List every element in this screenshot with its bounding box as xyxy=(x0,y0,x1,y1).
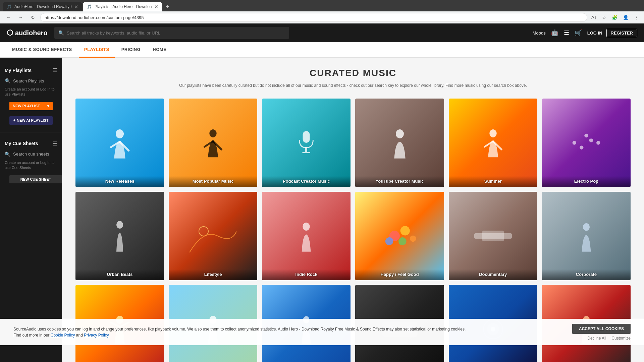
playlist-label-most-popular: Most Popular Music xyxy=(169,176,257,187)
playlist-card-lifestyle[interactable]: Lifestyle xyxy=(169,192,257,280)
logo[interactable]: ⬡ audiohero xyxy=(7,28,48,37)
playlist-label-happy-feel-good: Happy / Feel Good xyxy=(355,269,444,280)
playlist-label-urban-beats: Urban Beats xyxy=(75,269,164,280)
svg-point-23 xyxy=(398,237,407,245)
playlist-card-corporate[interactable]: Corporate xyxy=(542,192,631,280)
customize-cookies-button[interactable]: Customize xyxy=(611,336,631,341)
browser-tab-2[interactable]: 🎵 Playlists | Audio Hero - Download... ✕ xyxy=(83,2,162,11)
ai-button[interactable]: 🤖 xyxy=(551,29,558,37)
menu-icon-button[interactable]: ☰ xyxy=(564,29,569,37)
cookie-text: SourceAudio uses cookies so you can log … xyxy=(13,326,562,338)
profile-button[interactable]: 👤 xyxy=(622,13,630,21)
settings-button[interactable]: ⋮ xyxy=(633,13,640,21)
svg-point-20 xyxy=(303,223,310,231)
tab-favicon: 🎵 xyxy=(7,4,12,9)
cookie-actions: ACCEPT ALL COOKIES Decline All Customize xyxy=(572,324,631,341)
content-area: My Playlists ☰ 🔍 Search Playlists Create… xyxy=(0,58,644,362)
app-nav: MUSIC & SOUND EFFECTS PLAYLISTS PRICING … xyxy=(0,42,644,58)
nav-item-music[interactable]: MUSIC & SOUND EFFECTS xyxy=(7,42,77,58)
star-button[interactable]: ☆ xyxy=(601,13,608,21)
sidebar-cue-sheets-title: My Cue Sheets xyxy=(5,141,38,146)
decline-cookies-button[interactable]: Decline All xyxy=(587,336,606,341)
playlist-card-electro-pop[interactable]: Electro Pop xyxy=(542,99,631,187)
header-auth: LOG IN REGISTER xyxy=(587,29,637,37)
new-cue-sheet-button[interactable]: NEW CUE SHEET xyxy=(9,175,62,183)
playlist-label-documentary: Documentary xyxy=(449,269,537,280)
sidebar-playlists-section: My Playlists ☰ 🔍 Search Playlists Create… xyxy=(0,62,62,129)
playlist-label-corporate: Corporate xyxy=(542,269,631,280)
sidebar-search-cue-text: Search cue sheets xyxy=(13,152,49,157)
sidebar-cue-sheets-info: Create an account or Log In to use Cue S… xyxy=(0,159,62,173)
cookie-minor-actions: Decline All Customize xyxy=(587,336,631,341)
app-header: ⬡ audiohero 🔍 Moods 🤖 ☰ 🛒 LOG IN REGISTE… xyxy=(0,23,644,42)
tab-favicon-2: 🎵 xyxy=(87,4,92,9)
playlist-card-documentary[interactable]: Documentary xyxy=(449,192,537,280)
sidebar-playlists-info: Create an account or Log In to use Playl… xyxy=(0,85,62,100)
playlist-card-summer[interactable]: Summer xyxy=(449,99,537,187)
browser-controls: ← → ↻ https://download.audiohero.com/cus… xyxy=(0,11,644,23)
new-playlist-label: NEW PLAYLIST xyxy=(13,104,40,108)
sidebar-search-playlists-text: Search Playlists xyxy=(13,78,44,83)
sidebar-playlists-menu-icon[interactable]: ☰ xyxy=(53,67,57,73)
sidebar-search-playlists-icon: 🔍 xyxy=(5,78,10,83)
svg-point-13 xyxy=(572,141,576,144)
playlist-card-urban-beats[interactable]: Urban Beats xyxy=(75,192,164,280)
search-bar[interactable]: 🔍 xyxy=(54,27,289,39)
svg-point-22 xyxy=(400,226,410,235)
tab-close-2[interactable]: ✕ xyxy=(154,4,158,9)
playlist-label-youtube: YouTube Creator Music xyxy=(355,176,444,187)
refresh-button[interactable]: ↻ xyxy=(28,13,38,22)
svg-point-14 xyxy=(584,134,588,137)
tab-close-1[interactable]: ✕ xyxy=(74,4,78,9)
sidebar-search-playlists[interactable]: 🔍 Search Playlists xyxy=(0,76,62,85)
svg-point-15 xyxy=(596,141,600,144)
address-bar[interactable]: https://download.audiohero.com/custom-pa… xyxy=(40,13,587,22)
svg-point-19 xyxy=(199,227,208,236)
svg-rect-8 xyxy=(303,152,310,153)
playlist-label-summer: Summer xyxy=(449,176,537,187)
playlist-card-youtube[interactable]: YouTube Creator Music xyxy=(355,99,444,187)
search-bar-icon: 🔍 xyxy=(58,30,64,36)
sidebar-cue-sheets-section: My Cue Sheets ☰ 🔍 Search cue sheets Crea… xyxy=(0,135,62,188)
new-tab-button[interactable]: + xyxy=(163,2,172,11)
cookie-banner: SourceAudio uses cookies so you can log … xyxy=(0,319,644,345)
page-subtitle: Our playlists have been carefully curate… xyxy=(75,82,631,88)
playlist-label-electro-pop: Electro Pop xyxy=(542,176,631,187)
forward-button[interactable]: → xyxy=(16,13,25,22)
nav-item-home[interactable]: HOME xyxy=(147,42,172,58)
new-cue-sheet-label: NEW CUE SHEET xyxy=(20,177,51,181)
sidebar-divider xyxy=(0,132,62,132)
sidebar-search-cue-sheets[interactable]: 🔍 Search cue sheets xyxy=(0,149,62,159)
login-button[interactable]: LOG IN xyxy=(587,29,602,37)
playlist-card-most-popular[interactable]: Most Popular Music xyxy=(169,99,257,187)
accept-cookies-button[interactable]: ACCEPT ALL COOKIES xyxy=(572,324,631,334)
sidebar-cue-sheets-header: My Cue Sheets ☰ xyxy=(0,138,62,149)
moods-label[interactable]: Moods xyxy=(533,31,546,36)
browser-chrome: 🎵 AudioHero - Download Royalty Fr... ✕ 🎵… xyxy=(0,0,644,23)
privacy-policy-link[interactable]: Privacy Policy xyxy=(84,333,109,338)
playlist-label-lifestyle: Lifestyle xyxy=(169,269,257,280)
playlist-card-happy-feel-good[interactable]: Happy / Feel Good xyxy=(355,192,444,280)
playlist-card-podcast[interactable]: Podcast Creator Music xyxy=(262,99,351,187)
new-playlist-button[interactable]: NEW PLAYLIST ▾ xyxy=(9,102,53,110)
playlist-card-new-releases[interactable]: New Releases xyxy=(75,99,164,187)
cookie-policy-link[interactable]: Cookie Policy xyxy=(51,333,75,338)
nav-item-pricing[interactable]: PRICING xyxy=(116,42,146,58)
register-button[interactable]: REGISTER xyxy=(606,29,637,37)
svg-point-0 xyxy=(116,129,124,138)
cookie-message: SourceAudio uses cookies so you can log … xyxy=(13,327,466,331)
cart-button[interactable]: 🛒 xyxy=(575,29,582,37)
translate-button[interactable]: A↕ xyxy=(590,13,598,21)
playlist-card-indie-rock[interactable]: Indie Rock xyxy=(262,192,351,280)
sidebar-cue-sheets-menu-icon[interactable]: ☰ xyxy=(53,140,57,147)
nav-item-playlists[interactable]: PLAYLISTS xyxy=(79,42,115,58)
logo-text: audiohero xyxy=(15,29,48,37)
new-ai-playlist-button[interactable]: ✦ NEW AI PLAYLIST xyxy=(9,116,53,125)
tab-title-1: AudioHero - Download Royalty Fr... xyxy=(14,4,71,9)
search-input[interactable] xyxy=(67,31,285,36)
browser-tab-1[interactable]: 🎵 AudioHero - Download Royalty Fr... ✕ xyxy=(3,2,82,11)
back-button[interactable]: ← xyxy=(4,13,13,22)
playlist-label-podcast: Podcast Creator Music xyxy=(262,176,351,187)
extensions-button[interactable]: 🧩 xyxy=(610,13,619,21)
svg-point-18 xyxy=(116,221,123,229)
